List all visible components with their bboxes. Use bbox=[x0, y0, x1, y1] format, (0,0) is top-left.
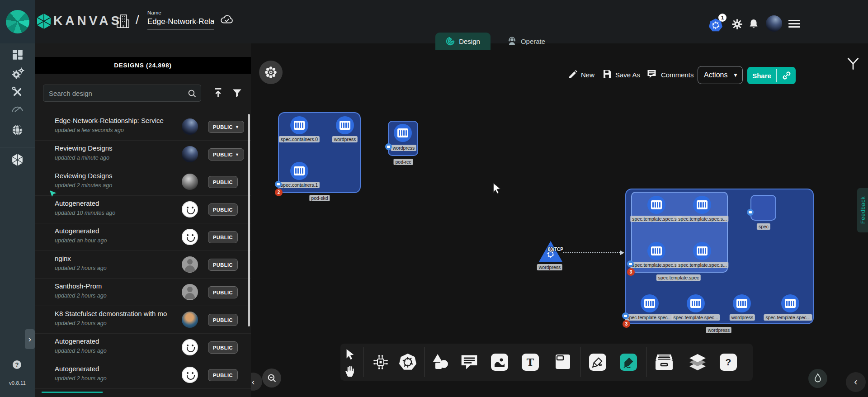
performance-gauge-icon[interactable] bbox=[0, 104, 35, 113]
container-node[interactable] bbox=[693, 196, 711, 214]
ink-drop-button[interactable] bbox=[808, 369, 827, 388]
design-list-item[interactable]: Autogenerated updated 2 hours ago PUBLIC bbox=[35, 334, 251, 361]
configuration-tools-icon[interactable] bbox=[0, 86, 35, 98]
components-tool[interactable] bbox=[372, 353, 390, 371]
error-badge[interactable]: 3 bbox=[627, 268, 635, 276]
comments-button[interactable]: Comments bbox=[661, 71, 694, 79]
organization-icon[interactable] bbox=[116, 14, 130, 29]
actions-button[interactable]: Actions ▼ bbox=[698, 66, 743, 84]
settings-gear-icon[interactable] bbox=[731, 19, 743, 30]
error-badge[interactable]: 3 bbox=[623, 320, 630, 328]
design-list-item[interactable]: Autogenerated updated an hour ago PUBLIC bbox=[35, 223, 251, 251]
kanvas-hexagon-nav-icon[interactable] bbox=[0, 153, 35, 166]
shapes-tool[interactable] bbox=[431, 353, 450, 371]
droplet-icon bbox=[813, 373, 823, 384]
drawer-tool[interactable] bbox=[655, 354, 674, 370]
container-node[interactable] bbox=[290, 162, 308, 180]
collapse-right-button[interactable]: ‹ bbox=[846, 372, 866, 392]
visibility-chip[interactable]: PUBLIC bbox=[208, 203, 238, 216]
design-author-avatar bbox=[182, 256, 198, 273]
visibility-chip[interactable]: PUBLIC bbox=[208, 314, 238, 326]
design-list-item[interactable]: Edge-Network-Relationship: Service updat… bbox=[35, 113, 251, 141]
visibility-chip[interactable]: PUBLIC bbox=[208, 231, 238, 243]
kubernetes-flower-button[interactable] bbox=[259, 61, 283, 84]
k8s-badge[interactable] bbox=[747, 209, 754, 216]
container-node[interactable] bbox=[693, 242, 711, 260]
design-list-item[interactable]: Reviewing Designs updated a minute ago P… bbox=[35, 141, 251, 168]
layers-tool[interactable] bbox=[688, 353, 708, 371]
tab-design[interactable]: Design bbox=[435, 33, 491, 50]
merge-branch-icon[interactable] bbox=[846, 57, 860, 71]
comment-tool[interactable] bbox=[460, 354, 479, 371]
container-node[interactable] bbox=[647, 196, 665, 214]
visibility-chip[interactable]: PUBLIC ▼ bbox=[208, 148, 244, 161]
design-list-item[interactable]: nginx updated 2 hours ago PUBLIC bbox=[35, 251, 251, 279]
left-sidebar: › ? v0.8.11 bbox=[0, 43, 35, 397]
upload-design-icon[interactable] bbox=[212, 87, 224, 99]
help-button[interactable]: ? bbox=[13, 360, 21, 369]
extensions-sphere-icon[interactable] bbox=[0, 124, 35, 136]
mouse-cursor-icon bbox=[492, 183, 502, 194]
meshery-logo-button[interactable] bbox=[0, 0, 35, 43]
design-list-item[interactable]: Autogenerated updated 2 hours ago PUBLIC bbox=[35, 361, 251, 389]
zoom-button[interactable] bbox=[262, 369, 281, 388]
visibility-chip[interactable]: PUBLIC bbox=[208, 369, 238, 381]
visibility-chip[interactable]: PUBLIC ▼ bbox=[208, 121, 244, 133]
container-node[interactable] bbox=[394, 124, 412, 142]
actions-caret-icon[interactable]: ▼ bbox=[733, 72, 738, 78]
k8s-badge[interactable] bbox=[627, 260, 634, 267]
container-node[interactable] bbox=[290, 116, 308, 134]
visibility-chip[interactable]: PUBLIC bbox=[208, 341, 238, 354]
service-edge[interactable] bbox=[563, 252, 622, 253]
comments-bubble-icon[interactable] bbox=[646, 69, 657, 80]
text-tool[interactable]: T bbox=[522, 354, 539, 371]
error-badge[interactable]: 2 bbox=[275, 189, 283, 196]
design-search-input[interactable] bbox=[49, 85, 184, 101]
container-node[interactable] bbox=[641, 294, 659, 312]
k8s-badge[interactable] bbox=[385, 143, 392, 150]
lifecycle-gears-icon[interactable] bbox=[0, 67, 35, 80]
select-cursor-tool[interactable] bbox=[344, 349, 356, 361]
designs-scrollbar[interactable] bbox=[248, 114, 250, 326]
design-updated: updated 2 hours ago bbox=[55, 348, 107, 354]
visibility-chip[interactable]: PUBLIC bbox=[208, 259, 238, 271]
tab-operate[interactable]: Operate bbox=[494, 33, 558, 50]
notifications-bell-icon[interactable] bbox=[748, 18, 759, 30]
user-avatar[interactable] bbox=[766, 15, 782, 32]
kubernetes-tool[interactable] bbox=[398, 352, 418, 372]
container-node[interactable] bbox=[647, 242, 665, 260]
filter-funnel-icon[interactable] bbox=[232, 88, 242, 98]
design-list-item[interactable]: Autogenerated updated 10 minutes ago PUB… bbox=[35, 196, 251, 223]
design-name-input[interactable] bbox=[147, 17, 214, 29]
template-spec-node[interactable] bbox=[631, 192, 728, 273]
visibility-chip[interactable]: PUBLIC bbox=[208, 286, 238, 298]
sidebar-expand-button[interactable]: › bbox=[25, 329, 35, 349]
design-list-item[interactable]: Santhosh-Prom updated 2 hours ago PUBLIC bbox=[35, 279, 251, 306]
design-list-item[interactable]: Reviewing Designs updated 2 minutes ago … bbox=[35, 168, 251, 196]
new-pencil-icon[interactable] bbox=[568, 69, 579, 80]
visibility-chip[interactable]: PUBLIC bbox=[208, 176, 238, 188]
menu-hamburger-icon[interactable] bbox=[788, 20, 800, 29]
k8s-badge[interactable] bbox=[275, 181, 282, 188]
spec-node[interactable] bbox=[750, 195, 776, 221]
container-node[interactable] bbox=[781, 294, 799, 312]
freehand-draw-tool[interactable] bbox=[620, 354, 637, 371]
save-as-floppy-icon[interactable] bbox=[602, 69, 613, 80]
new-button[interactable]: New bbox=[581, 71, 594, 79]
dashboard-icon[interactable] bbox=[0, 49, 35, 61]
container-node[interactable] bbox=[687, 294, 705, 312]
container-node[interactable] bbox=[336, 116, 354, 134]
pan-hand-tool[interactable] bbox=[344, 365, 356, 377]
help-tool[interactable]: ? bbox=[720, 354, 737, 371]
pen-tool[interactable] bbox=[589, 354, 606, 371]
image-tool[interactable] bbox=[491, 354, 508, 371]
container-node[interactable] bbox=[733, 294, 751, 312]
note-tool[interactable] bbox=[554, 354, 572, 371]
k8s-badge[interactable] bbox=[622, 312, 629, 319]
design-list-item[interactable]: K8 Statefulset demonstration with mo upd… bbox=[35, 306, 251, 334]
share-button[interactable]: Share bbox=[747, 67, 796, 84]
visibility-caret-icon: ▼ bbox=[235, 125, 239, 129]
share-link-icon[interactable] bbox=[782, 71, 792, 80]
save-as-button[interactable]: Save As bbox=[615, 71, 640, 79]
feedback-tab[interactable]: Feedback bbox=[857, 188, 868, 232]
